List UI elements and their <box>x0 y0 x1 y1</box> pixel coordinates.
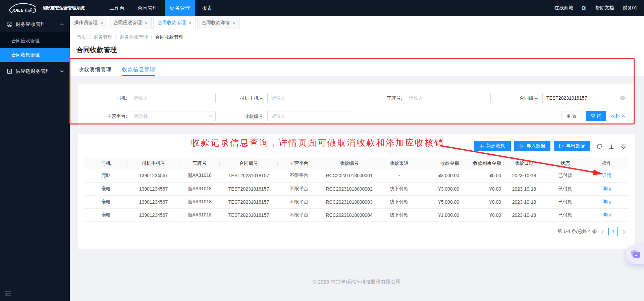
filter-input[interactable]: 请输入 <box>405 93 491 103</box>
search-button[interactable]: 查 询 <box>586 111 606 121</box>
column-header-11: 状态 <box>544 158 586 169</box>
topbar-right-item-4[interactable]: 财务01 <box>623 5 637 11</box>
breadcrumb-item-2[interactable]: 财务管理 <box>94 34 112 40</box>
brand-text: KALE卡乐 <box>12 8 32 13</box>
chat-icon <box>631 250 641 260</box>
density-icon[interactable] <box>608 143 614 149</box>
topnav-item-1[interactable]: 工作台 <box>109 0 125 16</box>
topbar-right: 在线商城BI帮助文档财务01 <box>554 0 637 16</box>
search-form-card: 司机:请输入司机手机号:请输入车牌号:请输入合同编号:TEST202310181… <box>78 84 635 127</box>
sidebar-item-1-2[interactable]: 合同收款管理 <box>0 48 70 62</box>
sidebar-group-1[interactable]: 财务应收管理 <box>0 16 70 32</box>
export-button[interactable]: 导出数据 <box>554 141 590 151</box>
cell: 已付款 <box>544 195 586 208</box>
workspace-tab-3[interactable]: 合同收款管理✕ <box>153 16 196 29</box>
sub-tab-2[interactable]: 收款信息管理 <box>122 66 155 76</box>
cell: RCC20231018000004 <box>320 208 378 221</box>
cell: TEST20231018157 <box>220 169 278 182</box>
input-placeholder: 请输入 <box>134 95 148 101</box>
prev-page-icon[interactable]: ❮ <box>599 229 606 234</box>
filter-input[interactable]: 请输入 <box>267 111 353 121</box>
topbar-right-item-2[interactable]: BI <box>582 5 586 11</box>
table-header-row: 司机司机手机号车牌号合同编号主营平台收款编号收款渠道收款金额收款剩余金额收款日期… <box>85 158 628 169</box>
workspace-tab-1[interactable]: 操作员管理✕ <box>70 16 107 29</box>
sidebar-item-1-1[interactable]: 合同应收管理 <box>0 34 70 48</box>
tab-close-icon[interactable]: ✕ <box>232 21 235 25</box>
cell: 13901234567 <box>127 208 179 221</box>
caret-up-icon <box>622 115 626 117</box>
cell: RCC20231018000003 <box>320 195 378 208</box>
action-cell: 详情 <box>586 182 628 195</box>
button-label: 导出数据 <box>566 143 585 149</box>
sidebar-group-label: 财务应收管理 <box>15 21 46 28</box>
sub-tab-1[interactable]: 收款明细管理 <box>78 66 112 76</box>
cell: 鹿晗 <box>85 182 127 195</box>
topnav-item-2[interactable]: 合同管理 <box>138 0 158 16</box>
menu-fold-icon[interactable] <box>5 291 11 296</box>
input-placeholder: 请输入 <box>271 113 285 119</box>
workspace-tab-2[interactable]: 合同应收管理✕ <box>109 16 151 29</box>
collapse-link[interactable]: 收起 <box>610 111 626 121</box>
import-icon <box>520 144 524 148</box>
settings-icon[interactable] <box>621 143 627 149</box>
svg-text:¥: ¥ <box>8 70 11 73</box>
input-placeholder: 请输入 <box>271 95 285 101</box>
receipts-table: 司机司机手机号车牌号合同编号主营平台收款编号收款渠道收款金额收款剩余金额收款日期… <box>85 158 628 222</box>
column-header-8: 收款金额 <box>420 158 462 169</box>
cell: ¥1,000.00 <box>420 208 462 221</box>
sub-tabs: 收款明细管理收款信息管理 <box>78 66 155 76</box>
cell: ¥3,000.00 <box>420 182 462 195</box>
filter-input[interactable]: TEST20231018157✕ <box>542 93 628 103</box>
table-row-2: 鹿晗13901234567浙AA31018TEST20231018157不限平台… <box>85 182 628 195</box>
cell: 已付款 <box>544 208 586 221</box>
new-receipt-button[interactable]: 新建收款 <box>474 141 511 151</box>
filter-input[interactable]: 请输入 <box>130 93 216 103</box>
import-button[interactable]: 导入数据 <box>514 141 550 151</box>
tab-close-icon[interactable]: ✕ <box>144 21 147 25</box>
sidebar-group-2[interactable]: ¥供应链财务管理 <box>0 63 70 79</box>
column-header-3: 车牌号 <box>179 158 220 169</box>
tab-close-icon[interactable]: ✕ <box>189 21 191 25</box>
input-placeholder: 请选择 <box>134 113 148 119</box>
cell: 浙AA31018 <box>179 208 220 221</box>
topbar: KALE卡乐 测试账套运营管理系统 工作台合同管理财务管理报表 在线商城BI帮助… <box>0 0 644 16</box>
table-row-3: 鹿晗13901234567浙AA31018TEST20231018157不限平台… <box>85 195 628 208</box>
cell: 浙AA31018 <box>179 169 220 182</box>
detail-link[interactable]: 详情 <box>602 186 612 191</box>
cell: 浙AA31018 <box>179 195 220 208</box>
plus-icon <box>480 144 484 148</box>
cell: 浙AA31018 <box>179 182 220 195</box>
export-icon <box>559 144 564 148</box>
cell: 已付款 <box>544 182 586 195</box>
filter-select[interactable]: 请选择 <box>130 111 216 121</box>
workspace-tab-4[interactable]: 合同收款详情✕ <box>197 16 239 29</box>
breadcrumb-item-3[interactable]: 财务应收管理 <box>120 34 148 40</box>
cell: 已付款 <box>544 169 586 182</box>
filter-input[interactable]: 请输入 <box>267 93 353 103</box>
footer-copyright: © 2023 南京卡乐汽车科技股份有限公司 <box>70 279 644 285</box>
breadcrumb: 首页/财务管理/财务应收管理/合同收款管理 <box>77 34 183 40</box>
chat-float-button[interactable] <box>626 245 644 264</box>
reset-button[interactable]: 重 置 <box>561 111 582 121</box>
breadcrumb-item-1[interactable]: 首页 <box>77 34 86 40</box>
cell: 2023-10-18 <box>504 208 544 221</box>
detail-link[interactable]: 详情 <box>602 172 612 178</box>
next-page-icon[interactable]: ❯ <box>621 229 627 234</box>
sidebar: 财务应收管理合同应收管理合同收款管理¥供应链财务管理 <box>0 16 70 301</box>
detail-link[interactable]: 详情 <box>602 212 612 217</box>
clear-icon[interactable]: ✕ <box>620 96 625 100</box>
table-row-1: 鹿晗13901234567浙AA31018TEST20231018157不限平台… <box>85 169 628 182</box>
column-header-10: 收款日期 <box>504 158 544 169</box>
page-number[interactable]: 1 <box>608 227 618 236</box>
filter-label: 收款编号: <box>210 111 265 121</box>
topnav-item-4[interactable]: 报表 <box>201 0 213 16</box>
refresh-icon[interactable] <box>596 143 602 149</box>
topnav-item-3[interactable]: 财务管理 <box>165 0 195 16</box>
filter-label: 司机: <box>73 93 127 103</box>
topbar-right-item-1[interactable]: 在线商城 <box>554 5 573 11</box>
workspace-tab-label: 合同应收管理 <box>113 20 142 26</box>
tab-close-icon[interactable]: ✕ <box>100 21 103 25</box>
topbar-right-item-3[interactable]: 帮助文档 <box>595 5 614 11</box>
cell: 不限平台 <box>278 169 320 182</box>
detail-link[interactable]: 详情 <box>602 199 612 204</box>
